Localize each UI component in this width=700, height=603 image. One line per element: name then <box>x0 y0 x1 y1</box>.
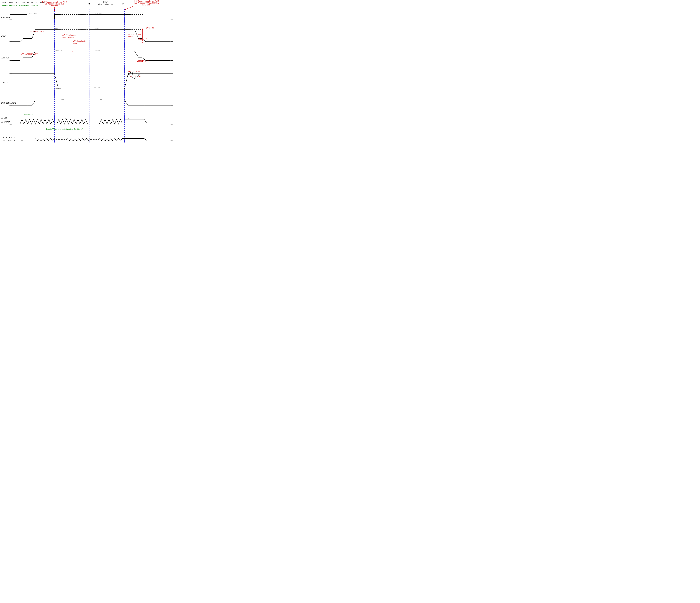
voffset-plateau-label: VOFFSET <box>55 50 62 51</box>
ls-vss-right: VSS <box>170 123 173 125</box>
vbias-condition: VDD ≤ VBIAS < 6 V <box>30 31 44 32</box>
delta-v-note12: ΔV < Specification <box>62 34 75 36</box>
delta-v-right-note2: ΔV < Specification <box>128 33 141 35</box>
vreset-label: VRESET <box>1 82 8 84</box>
delta-v-note12b: Note 1 & Note 2 <box>62 36 74 38</box>
den-vdd-label1: VDD <box>61 98 64 100</box>
annotation-left-title: DLPC display controller and PMIC <box>42 1 67 3</box>
vdd-vddi-top-label: VDD / VDDI <box>29 12 37 14</box>
den-vss-right: VSS <box>170 105 173 106</box>
voffset-label: VOFFSET <box>1 57 9 59</box>
annotation-left-line3: operation <box>51 5 58 7</box>
diagram-container: Drawing is Not to Scale. Details are Omi… <box>0 0 175 151</box>
ls-vdd-label2: VDD <box>128 117 131 119</box>
dp-label: D_P(7:0) , D_N(7:0) <box>1 137 15 138</box>
delta-v-note3b: Note 3 <box>73 43 78 44</box>
note4-label: Note 4 <box>103 1 108 3</box>
refer-recommended-bottom: Refer to "Recommended Operating Conditio… <box>46 128 83 130</box>
vdd-vss-right: VSS <box>170 19 173 20</box>
vreset-label2: VRESET <box>95 87 100 89</box>
initialization-label: Initialization <box>24 113 33 115</box>
timing-diagram-svg: Drawing is Not to Scale. Details are Omi… <box>0 0 175 151</box>
vbias-label2: VBIAS <box>95 28 99 29</box>
voffset-label2: VOFFSET <box>95 50 101 51</box>
den-label: DMD_DEN_ARSTZ <box>1 102 16 104</box>
delta-v-right-note2b: Note 2 <box>128 36 133 37</box>
vreset-plateau-label: VRESET <box>55 88 61 90</box>
voffset-vss-left: VSS <box>9 60 12 61</box>
vdd-label: VDD / VDDI <box>1 16 10 18</box>
annotation-right-line3: and VRESET <box>142 4 151 6</box>
vdd-vddi-label2: VDD / VDDI <box>95 12 102 14</box>
voffset-lt4-label: VOFFSET < 4 V <box>137 60 149 62</box>
vdd-vss-left: VSS <box>9 19 12 20</box>
mirror-park-label: Mirror Park Sequence <box>98 3 114 5</box>
delta-v-note3: ΔV < Specification <box>73 40 86 42</box>
ls-vss-left: VSS <box>9 123 12 125</box>
lsclk-label: LS_CLK <box>1 117 7 119</box>
vreset-vss-left: VSS <box>9 73 12 75</box>
vbias-vss-left: VSS <box>9 41 12 43</box>
lswdata-label: LS_WDATA <box>1 121 10 123</box>
voffset-condition: VDD ≤ VOFFSET < 6 V <box>21 53 38 55</box>
vbias-plateau-label: VBIAS <box>55 28 59 29</box>
drawing-note: Drawing is Not to Scale. Details are Omi… <box>2 1 44 3</box>
svg-rect-0 <box>0 0 175 151</box>
ls-vdd-label1: VDD <box>65 117 68 119</box>
vreset-lt05-label: VRESET < 0.5 V <box>128 71 140 72</box>
dp-vss-right: VSS <box>170 140 173 142</box>
vbias-label: VBIAS <box>1 35 6 37</box>
den-vdd-label2: VDD <box>99 98 102 100</box>
refer-recommended-header: Refer to "Recommended Operating Conditio… <box>2 4 39 6</box>
power-off-label: Power Off → <box>147 27 156 29</box>
den-vss-left: VSS <box>9 105 12 106</box>
voffset-vss-right: VSS <box>170 60 173 61</box>
annotation-right-line2: (DLPA) disable VBIAS, VOFFSET, <box>134 2 159 4</box>
vbias-lt4-label: VBIAS < 4 V <box>138 38 147 40</box>
annotation-right-title: DLPC display controller and PMIC <box>134 0 159 2</box>
vbias-vss-right: VSS <box>170 41 173 43</box>
annotation-left-line2: (DLPA) control start of DMD <box>45 3 65 5</box>
